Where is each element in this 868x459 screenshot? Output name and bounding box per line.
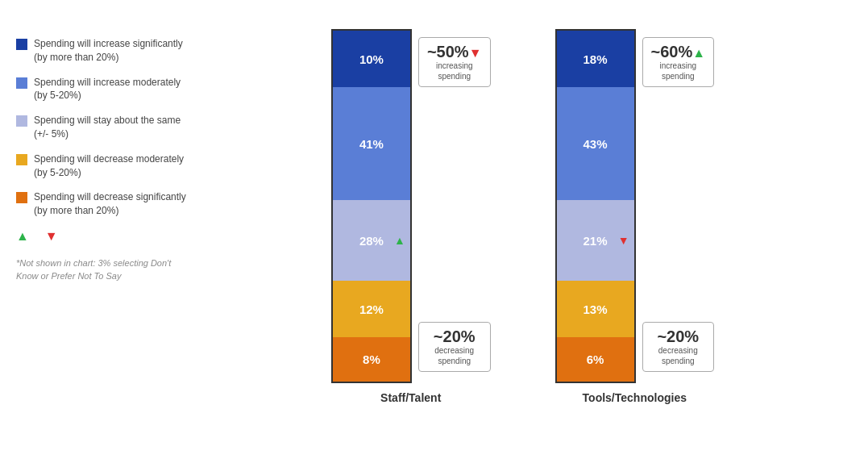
- chart-label-staff-talent: Staff/Talent: [380, 391, 441, 404]
- legend-item-increase-mod: Spending will increase moderately (by 5-…: [16, 76, 193, 103]
- swatch-increase-mod: [16, 77, 27, 89]
- segment-decrease-sig-tools-technologies: 6%: [557, 337, 634, 382]
- segment-increase-sig-staff-talent: 10%: [333, 31, 410, 87]
- segment-increase-sig-tools-technologies: 18%: [557, 31, 634, 87]
- annotation-top-tools-technologies: ~60%▲increasingspending: [642, 37, 715, 87]
- annotation-bottom-tools-technologies: ~20%decreasingspending: [642, 322, 715, 372]
- annotations-tools-technologies: ~60%▲increasingspending~20%decreasingspe…: [636, 29, 715, 380]
- chart-tools-technologies: 18%43%21%▼13%6%~60%▲increasingspending~2…: [555, 29, 715, 404]
- legend-text-decrease-mod: Spending will decrease moderately (by 5-…: [34, 152, 184, 180]
- swatch-stay-same: [16, 115, 27, 127]
- chart-label-tools-technologies: Tools/Technologies: [583, 391, 687, 404]
- stacked-bar-tools-technologies: 18%43%21%▼13%6%: [555, 29, 636, 383]
- legend-text-decrease-sig: Spending will decrease significantly (by…: [34, 190, 186, 218]
- legend-item-decrease-mod: Spending will decrease moderately (by 5-…: [16, 152, 193, 180]
- legend: Spending will increase significantly (by…: [16, 29, 193, 283]
- annotation-top-staff-talent: ~50%▼increasingspending: [418, 37, 491, 87]
- annotation-bottom-staff-talent: ~20%decreasingspending: [418, 322, 491, 372]
- segment-decrease-mod-staff-talent: 12%: [333, 281, 410, 337]
- chart-staff-talent: 10%41%28%▲12%8%~50%▼increasingspending~2…: [331, 29, 491, 404]
- charts-area: 10%41%28%▲12%8%~50%▼increasingspending~2…: [193, 29, 852, 404]
- legend-item-decrease-sig: Spending will decrease significantly (by…: [16, 190, 193, 218]
- stacked-bar-staff-talent: 10%41%28%▲12%8%: [331, 29, 412, 383]
- significance-legend: ▲ ▼: [16, 229, 193, 244]
- legend-item-stay-same: Spending will stay about the same (+/- 5…: [16, 114, 193, 141]
- sig-higher-icon: ▲: [16, 229, 29, 244]
- swatch-decrease-mod: [16, 154, 27, 165]
- segment-stay-same-tools-technologies: 21%▼: [557, 200, 634, 281]
- segment-increase-mod-staff-talent: 41%: [333, 87, 410, 200]
- legend-text-increase-mod: Spending will increase moderately (by 5-…: [34, 76, 181, 103]
- footnote: *Not shown in chart: 3% selecting Don't …: [16, 257, 193, 283]
- legend-item-increase-sig: Spending will increase significantly (by…: [16, 37, 193, 65]
- swatch-decrease-sig: [16, 192, 27, 203]
- segment-decrease-mod-tools-technologies: 13%: [557, 281, 634, 337]
- swatch-increase-sig: [16, 39, 27, 50]
- legend-text-increase-sig: Spending will increase significantly (by…: [34, 37, 183, 65]
- sig-down-arrow-tools-technologies: ▼: [618, 234, 629, 247]
- legend-text-stay-same: Spending will stay about the same (+/- 5…: [34, 114, 181, 141]
- annotations-staff-talent: ~50%▼increasingspending~20%decreasingspe…: [412, 29, 491, 380]
- sig-lower-icon: ▼: [45, 229, 58, 244]
- sig-up-arrow-staff-talent: ▲: [394, 234, 405, 247]
- segment-increase-mod-tools-technologies: 43%: [557, 87, 634, 200]
- segment-decrease-sig-staff-talent: 8%: [333, 337, 410, 382]
- segment-stay-same-staff-talent: 28%▲: [333, 200, 410, 281]
